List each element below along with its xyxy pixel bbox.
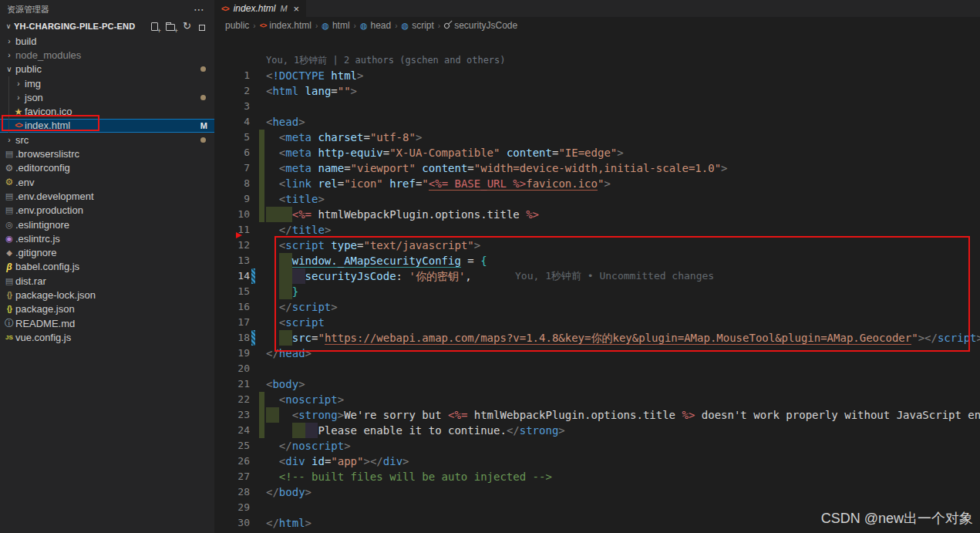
line-number: 20: [214, 361, 250, 376]
code-line-26[interactable]: <div id="app"></div>: [266, 454, 409, 469]
tree-item-.eslintrc.js[interactable]: ◉.eslintrc.js: [0, 231, 214, 245]
html-file-icon: <>: [260, 22, 267, 29]
project-root-row[interactable]: ∨ YH-CHARGING-PILE-PC-END ↻: [0, 19, 214, 34]
breadcrumb-item-head[interactable]: ◍head: [360, 20, 391, 31]
breadcrumb-item-html[interactable]: ◍html: [322, 20, 349, 31]
tree-item-favicon.ico[interactable]: ★favicon.ico: [0, 104, 214, 118]
code-line-16[interactable]: </script>: [266, 299, 338, 315]
code-line-5[interactable]: <meta charset="utf-8">: [266, 130, 422, 145]
tree-item-.env.development[interactable]: ▤.env.development: [0, 189, 214, 203]
info-file-icon: ⓘ: [3, 317, 15, 330]
tree-item-README.md[interactable]: ⓘREADME.md: [0, 316, 214, 330]
new-file-icon[interactable]: [151, 22, 158, 31]
code-line-12[interactable]: <script type="text/javascript">: [266, 238, 480, 253]
line-number: 30: [214, 515, 250, 531]
code-line-11[interactable]: </title>: [266, 222, 331, 238]
breadcrumb-item-securityJsCode[interactable]: securityJsCode: [444, 20, 517, 31]
tree-item-public[interactable]: ∨public: [0, 62, 214, 76]
code-line-19[interactable]: </head>: [266, 346, 312, 361]
code-line-7[interactable]: <meta name="viewport" content="width=dev…: [266, 160, 728, 176]
gitlens-blame-annotation[interactable]: You, 1秒钟前 | 2 authors (gschen and others…: [266, 54, 506, 67]
code-editor[interactable]: You, 1秒钟前 | 2 authors (gschen and others…: [214, 34, 980, 533]
code-line-22[interactable]: <noscript>: [266, 392, 344, 407]
tree-item-json[interactable]: ›json: [0, 90, 214, 104]
line-number: 29: [214, 500, 250, 515]
code-line-1[interactable]: <!DOCTYPE html>: [266, 68, 363, 83]
line-number: 2: [214, 83, 250, 99]
line-number: 3: [214, 99, 250, 114]
tree-item-.editorconfig[interactable]: ⚙.editorconfig: [0, 161, 214, 175]
close-icon[interactable]: ×: [294, 3, 300, 15]
refresh-icon[interactable]: ↻: [183, 22, 191, 31]
collapse-folders-icon[interactable]: [199, 25, 205, 31]
breadcrumb-item-public[interactable]: public: [225, 20, 249, 31]
tree-item-index.html[interactable]: <>index.htmlM: [0, 119, 214, 133]
code-line-2[interactable]: <html lang="">: [266, 83, 357, 99]
tree-item-label: .env.development: [15, 191, 94, 202]
tree-item-label: .eslintignore: [15, 219, 69, 231]
breadcrumb-item-script[interactable]: ◍script: [402, 20, 434, 31]
code-line-14[interactable]: securityJsCode: '你的密钥',: [266, 268, 472, 284]
line-number: 17: [214, 315, 250, 330]
code-line-18[interactable]: src="https://webapi.amap.com/maps?v=1.4.…: [266, 330, 980, 346]
git-added-gutter: [259, 130, 264, 145]
breadcrumb-label: script: [412, 20, 434, 31]
tree-item-.env[interactable]: ⚙.env: [0, 175, 214, 189]
tree-item-package-lock.json[interactable]: {}package-lock.json: [0, 288, 214, 302]
line-number: 11: [214, 222, 250, 238]
code-line-25[interactable]: </noscript>: [266, 438, 351, 454]
tree-item-node_modules[interactable]: ›node_modules: [0, 48, 214, 62]
tree-indent-guide: [8, 76, 9, 133]
code-line-4[interactable]: <head>: [266, 114, 305, 130]
code-line-15[interactable]: }: [266, 284, 298, 299]
code-line-27[interactable]: <!-- built files will be auto injected -…: [266, 469, 552, 484]
code-line-9[interactable]: <title>: [266, 191, 325, 207]
tree-item-img[interactable]: ›img: [0, 76, 214, 90]
code-line-23[interactable]: <strong>We're sorry but <%= htmlWebpackP…: [266, 407, 980, 423]
tree-item-dist.rar[interactable]: ▤dist.rar: [0, 274, 214, 288]
line-number: 19: [214, 346, 250, 361]
modified-dot-badge: [200, 95, 206, 100]
tree-item-label: .env: [15, 177, 35, 188]
tree-item-package.json[interactable]: {}package.json: [0, 302, 214, 316]
new-folder-icon[interactable]: [166, 24, 175, 31]
breadcrumb-label: head: [371, 20, 392, 31]
breadcrumb-item-index.html[interactable]: <>index.html: [260, 20, 312, 31]
code-line-10[interactable]: <%= htmlWebpackPlugin.options.title %>: [266, 207, 539, 222]
code-line-30[interactable]: </html>: [266, 515, 312, 531]
tree-item-build[interactable]: ›build: [0, 34, 214, 48]
line-number: 21: [214, 376, 250, 392]
tree-item-.eslintignore[interactable]: ◎.eslintignore: [0, 218, 214, 231]
tree-item-.env.production[interactable]: ▤.env.production: [0, 204, 214, 218]
line-number: 18: [214, 330, 250, 346]
line-number: 28: [214, 484, 250, 500]
tree-item-babel.config.js[interactable]: βbabel.config.js: [0, 260, 214, 274]
code-line-13[interactable]: window._AMapSecurityConfig = {: [266, 253, 487, 268]
git-added-gutter: [259, 407, 264, 423]
tree-item-vue.config.js[interactable]: JSvue.config.js: [0, 330, 214, 344]
tree-item-.browserslistrc[interactable]: ▤.browserslistrc: [0, 147, 214, 160]
more-actions-icon[interactable]: ⋯: [194, 3, 205, 15]
project-name: YH-CHARGING-PILE-PC-END: [14, 22, 135, 31]
code-line-24[interactable]: Please enable it to continue.</strong>: [266, 423, 565, 438]
code-line-8[interactable]: <link rel="icon" href="<%= BASE_URL %>fa…: [266, 176, 611, 191]
tab-label: index.html: [234, 3, 276, 14]
git-modified-gutter: [251, 268, 255, 284]
explorer-title: 资源管理器: [7, 4, 49, 15]
circle-file-icon: ◎: [3, 220, 15, 230]
chevron-right-icon: ›: [3, 51, 15, 59]
code-line-28[interactable]: </body>: [266, 484, 312, 500]
braces-dark-file-icon: {}: [3, 291, 15, 299]
tree-item-label: README.md: [15, 318, 75, 329]
tree-item-src[interactable]: ›src: [0, 133, 214, 147]
code-line-21[interactable]: <body>: [266, 376, 305, 392]
modified-dot-badge: [200, 137, 206, 143]
tree-item-.gitignore[interactable]: ◆.gitignore: [0, 245, 214, 259]
code-line-6[interactable]: <meta http-equiv="X-UA-Compatible" conte…: [266, 145, 624, 160]
tab-index-html[interactable]: <> index.html M ×: [214, 0, 306, 17]
code-line-17[interactable]: <script: [266, 315, 325, 330]
line-number: 1: [214, 68, 250, 83]
tab-modified-badge: M: [280, 4, 287, 13]
tree-item-label: .editorconfig: [15, 162, 70, 174]
tree-item-label: package-lock.json: [15, 289, 96, 301]
